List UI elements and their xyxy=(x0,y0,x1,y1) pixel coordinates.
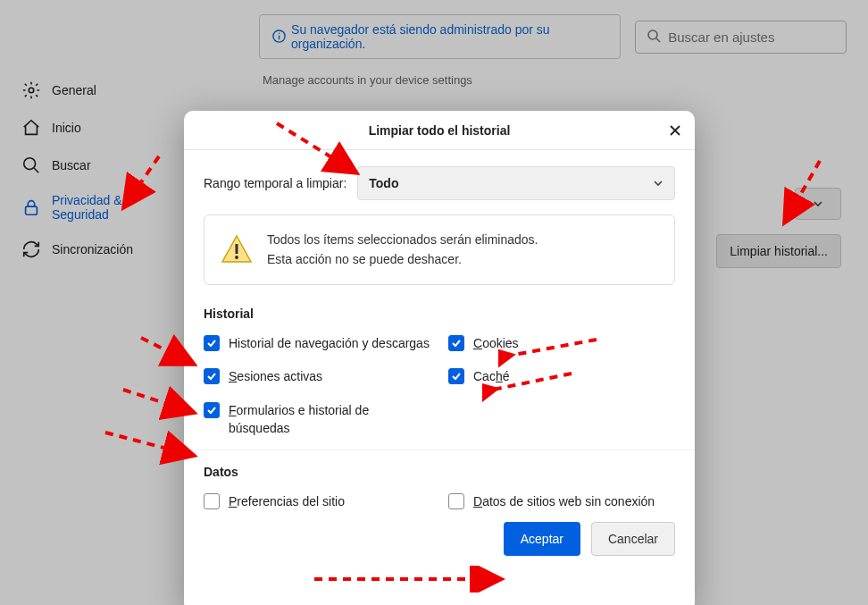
chevron-down-icon xyxy=(653,178,664,189)
option-site-prefs[interactable]: Preferencias del sitio xyxy=(204,493,430,511)
sidebar-item-label: Inicio xyxy=(52,121,81,135)
search-icon xyxy=(647,29,661,46)
close-icon xyxy=(668,123,682,138)
section-data-heading: Datos xyxy=(204,465,675,479)
option-form-search-history[interactable]: Formularios e historial de búsquedas xyxy=(204,402,430,437)
svg-point-10 xyxy=(235,256,238,259)
option-active-sessions[interactable]: Sesiones activas xyxy=(204,368,430,386)
sidebar-item-privacy[interactable]: Privacidad & Seguridad xyxy=(11,184,189,231)
warning-line-1: Todos los ítems seleccionados serán elim… xyxy=(267,232,538,247)
clear-history-dialog: Limpiar todo el historial Rango temporal… xyxy=(184,111,695,605)
background-hint-text: Manage accounts in your device settings xyxy=(263,73,472,87)
sidebar-item-search[interactable]: Buscar xyxy=(11,147,189,184)
option-label: Preferencias del sitio xyxy=(229,493,345,511)
sidebar-item-label: Privacidad & Seguridad xyxy=(52,193,179,222)
svg-point-6 xyxy=(24,158,36,170)
option-label: Sesiones activas xyxy=(229,368,322,386)
option-label: Historial de navegación y descargas xyxy=(229,335,430,353)
checkbox[interactable] xyxy=(204,402,220,418)
option-label: Caché xyxy=(473,368,510,386)
time-range-select[interactable]: Todo xyxy=(357,166,675,200)
dialog-close-button[interactable] xyxy=(664,120,686,141)
option-cookies[interactable]: Cookies xyxy=(448,335,675,353)
settings-sidebar: General Inicio Buscar Privacidad & Segur… xyxy=(11,71,189,268)
svg-line-16 xyxy=(105,433,195,456)
sidebar-item-label: Sincronización xyxy=(52,242,133,256)
option-label: Formularios e historial de búsquedas xyxy=(229,402,430,437)
warning-icon xyxy=(221,233,253,265)
svg-point-2 xyxy=(279,32,280,34)
warning-box: Todos los ítems seleccionados serán elim… xyxy=(204,214,675,285)
option-cache[interactable]: Caché xyxy=(448,368,675,386)
sidebar-item-general[interactable]: General xyxy=(11,71,189,109)
svg-point-5 xyxy=(29,88,34,93)
home-icon xyxy=(21,118,41,138)
checkbox[interactable] xyxy=(204,493,220,509)
checkbox[interactable] xyxy=(448,493,464,509)
time-range-value: Todo xyxy=(369,176,398,190)
background-dropdown[interactable] xyxy=(795,188,841,220)
org-managed-text: Su navegador está siendo administrado po… xyxy=(291,22,607,51)
warning-line-2: Esta acción no se puede deshacer. xyxy=(267,252,462,266)
sync-icon xyxy=(21,239,41,259)
lock-icon xyxy=(21,197,41,217)
option-offline-data[interactable]: Datos de sitios web sin conexión xyxy=(448,493,675,511)
section-history-heading: Historial xyxy=(204,307,675,321)
info-icon xyxy=(272,29,286,44)
chevron-down-icon xyxy=(813,198,823,209)
cancel-button[interactable]: Cancelar xyxy=(591,522,675,556)
dialog-title: Limpiar todo el historial xyxy=(369,123,511,138)
checkbox[interactable] xyxy=(448,368,464,384)
search-icon xyxy=(21,155,41,175)
clear-history-button[interactable]: Limpiar historial... xyxy=(716,234,841,268)
org-managed-banner[interactable]: Su navegador está siendo administrado po… xyxy=(259,14,621,59)
svg-line-4 xyxy=(656,38,660,42)
svg-rect-9 xyxy=(236,244,238,254)
option-label: Cookies xyxy=(473,335,519,353)
checkbox[interactable] xyxy=(448,335,464,351)
sidebar-item-home[interactable]: Inicio xyxy=(11,109,189,147)
checkbox[interactable] xyxy=(204,335,220,351)
sidebar-item-sync[interactable]: Sincronización xyxy=(11,231,189,268)
option-label: Datos de sitios web sin conexión xyxy=(473,493,655,511)
settings-search-input[interactable] xyxy=(668,29,835,45)
time-range-label: Rango temporal a limpiar: xyxy=(204,176,346,190)
gear-icon xyxy=(21,80,41,100)
svg-line-7 xyxy=(34,168,39,173)
option-browsing-history[interactable]: Historial de navegación y descargas xyxy=(204,335,430,353)
settings-search[interactable] xyxy=(635,21,847,54)
svg-point-3 xyxy=(648,30,657,39)
sidebar-item-label: Buscar xyxy=(52,158,91,172)
accept-button[interactable]: Aceptar xyxy=(504,522,580,556)
svg-rect-8 xyxy=(26,206,38,214)
checkbox[interactable] xyxy=(204,368,220,384)
sidebar-item-label: General xyxy=(52,83,96,97)
